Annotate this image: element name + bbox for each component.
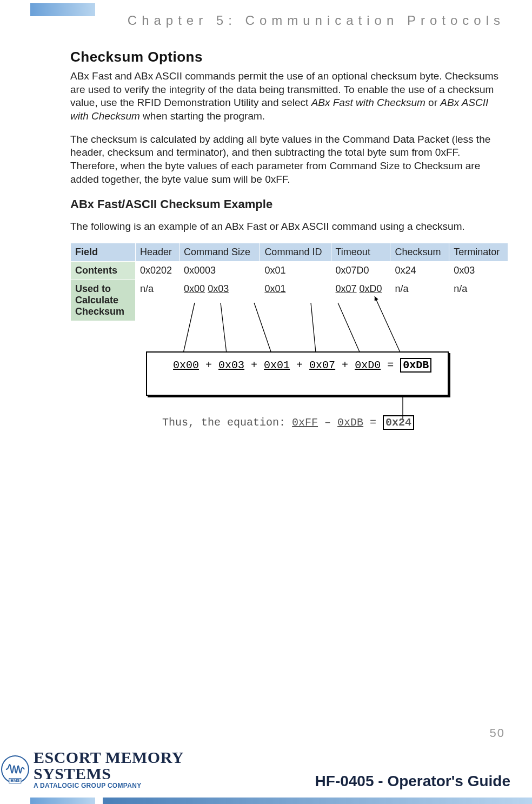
logo-main-text: ESCORT MEMORY SYSTEMS bbox=[34, 749, 265, 782]
para1-e: when starting the program. bbox=[143, 110, 265, 122]
checksum-table: Field Header Command Size Command ID Tim… bbox=[70, 243, 508, 321]
logo-sub-text: A DATALOGIC GROUP COMPANY bbox=[34, 782, 265, 789]
used-timeout-a: 0x07 bbox=[336, 283, 357, 294]
intro-paragraph-1: ABx Fast and ABx ASCII commands permit t… bbox=[70, 70, 508, 123]
para1-b: ABx Fast with Checksum bbox=[311, 97, 428, 108]
contents-terminator: 0x03 bbox=[449, 262, 508, 280]
sum-c: 0x01 bbox=[264, 359, 290, 371]
plus-4: + bbox=[335, 359, 355, 371]
used-header: n/a bbox=[136, 280, 179, 321]
guide-title: HF-0405 - Operator's Guide bbox=[315, 773, 510, 790]
table-row: Used to Calculate Checksum n/a 0x00 0x03… bbox=[71, 280, 508, 321]
cell-cmdid: Command ID bbox=[260, 243, 331, 262]
sum-d: 0x07 bbox=[309, 359, 335, 371]
cell-checksum: Checksum bbox=[390, 243, 449, 262]
eq-minus: – bbox=[318, 416, 337, 429]
cell-terminator: Terminator bbox=[449, 243, 508, 262]
footer-accent-long bbox=[103, 798, 532, 804]
equation-line: Thus, the equation: 0xFF – 0xDB = 0x24 bbox=[162, 416, 414, 429]
logo-text-block: ESCORT MEMORY SYSTEMS A DATALOGIC GROUP … bbox=[34, 749, 265, 789]
table-row: Field Header Command Size Command ID Tim… bbox=[71, 243, 508, 262]
used-checksum: n/a bbox=[390, 280, 449, 321]
sum-a: 0x00 bbox=[173, 359, 199, 371]
sum-result-boxed: 0xDB bbox=[400, 358, 431, 373]
eq-b: 0xDB bbox=[337, 416, 363, 429]
cell-cmdsize: Command Size bbox=[179, 243, 260, 262]
eq-result-boxed: 0x24 bbox=[383, 415, 414, 430]
waveform-icon bbox=[5, 761, 25, 778]
sum-b: 0x03 bbox=[218, 359, 244, 371]
plus-1: + bbox=[199, 359, 218, 371]
example-heading: ABx Fast/ASCII Checksum Example bbox=[70, 197, 508, 211]
used-timeout-b: 0xD0 bbox=[360, 283, 382, 294]
used-cmdsize: 0x00 0x03 bbox=[179, 280, 260, 321]
plus-3: + bbox=[290, 359, 309, 371]
logo-icon: EMS bbox=[1, 755, 29, 783]
contents-checksum: 0x24 bbox=[390, 262, 449, 280]
chapter-header: Chapter 5: Communication Protocols bbox=[128, 13, 505, 28]
calculation-box: 0x00 + 0x03 + 0x01 + 0x07 + 0xD0 = 0xDB bbox=[146, 351, 449, 396]
cell-timeout: Timeout bbox=[331, 243, 390, 262]
cell-header: Header bbox=[136, 243, 179, 262]
plus-2: + bbox=[244, 359, 264, 371]
top-accent-bar bbox=[30, 3, 95, 16]
contents-cmdsize: 0x0003 bbox=[179, 262, 260, 280]
content-area: Checksum Options ABx Fast and ABx ASCII … bbox=[70, 49, 508, 321]
page: Chapter 5: Communication Protocols Check… bbox=[0, 0, 532, 804]
eq-a: 0xFF bbox=[292, 416, 318, 429]
page-number: 50 bbox=[490, 726, 505, 740]
contents-timeout: 0x07D0 bbox=[331, 262, 390, 280]
eq-prefix: Thus, the equation: bbox=[162, 416, 292, 429]
used-cmdsize-a: 0x00 bbox=[184, 283, 205, 294]
row3-label: Used to Calculate Checksum bbox=[71, 280, 136, 321]
ems-badge: EMS bbox=[9, 778, 21, 783]
footer-logo: EMS ESCORT MEMORY SYSTEMS A DATALOGIC GR… bbox=[0, 748, 265, 791]
used-cmdsize-b: 0x03 bbox=[208, 283, 229, 294]
para1-c: or bbox=[428, 97, 440, 108]
intro-paragraph-2: The checksum is calculated by adding all… bbox=[70, 133, 508, 187]
row1-label: Field bbox=[71, 243, 136, 262]
used-cmdid: 0x01 bbox=[260, 280, 331, 321]
example-paragraph: The following is an example of an ABx Fa… bbox=[70, 220, 508, 234]
row2-label: Contents bbox=[71, 262, 136, 280]
eq-eq: = bbox=[363, 416, 383, 429]
used-timeout: 0x07 0xD0 bbox=[331, 280, 390, 321]
sum-e: 0xD0 bbox=[355, 359, 381, 371]
used-cmdid-v: 0x01 bbox=[264, 283, 285, 294]
contents-header: 0x0202 bbox=[136, 262, 179, 280]
used-terminator: n/a bbox=[449, 280, 508, 321]
sum-eq: = bbox=[381, 359, 400, 371]
footer-accent-short bbox=[30, 798, 95, 804]
section-title: Checksum Options bbox=[70, 49, 508, 65]
contents-cmdid: 0x01 bbox=[260, 262, 331, 280]
table-row: Contents 0x0202 0x0003 0x01 0x07D0 0x24 … bbox=[71, 262, 508, 280]
